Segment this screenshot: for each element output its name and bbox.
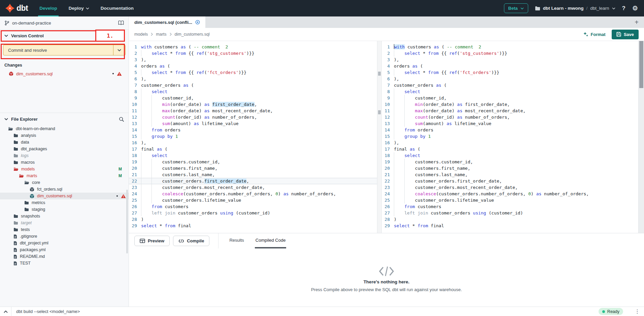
file-explorer-header[interactable]: File Explorer <box>0 113 129 125</box>
code-line-12[interactable]: 12count(order_id) as number_of_orders, <box>382 114 638 120</box>
kebab-menu-icon[interactable]: ⋮ <box>635 308 644 315</box>
nav-item-documentation[interactable]: Documentation <box>101 0 134 16</box>
code-line-15[interactable]: 15group by 1 <box>129 133 381 140</box>
code-line-4[interactable]: 4orders as ( <box>382 63 638 69</box>
code-line-5[interactable]: 5select * from {{ ref('fct_orders')}} <box>382 69 638 76</box>
code-line-28[interactable]: 28) <box>382 216 638 223</box>
book-icon[interactable] <box>118 21 124 25</box>
code-line-13[interactable]: 13sum(amount) as lifetime_value <box>129 120 381 127</box>
tree-item-core[interactable]: core <box>0 179 129 186</box>
command-input[interactable]: dbt build --select <model_name> <box>11 309 599 314</box>
code-line-2[interactable]: 2select * from {{ ref('stg_customers')}} <box>129 50 381 56</box>
tree-item-analysis[interactable]: analysis <box>0 132 129 139</box>
tree-item-dbt-project-yml[interactable]: dbt_project.yml <box>0 240 129 246</box>
code-line-25[interactable]: 25customer_orders.lifetime_value <box>129 197 381 203</box>
help-icon[interactable]: ? <box>622 5 625 12</box>
code-line-13[interactable]: 13sum(amount) as lifetime_value <box>382 120 638 127</box>
code-line-26[interactable]: 26from customers <box>382 203 638 210</box>
tree-item-logs[interactable]: logs <box>0 152 129 159</box>
code-line-9[interactable]: 9customer_id, <box>382 95 638 101</box>
tree-item-models[interactable]: modelsM <box>0 166 129 172</box>
tree-item-dbt-packages[interactable]: dbt_packages <box>0 146 129 152</box>
code-line-15[interactable]: 15group by 1 <box>382 133 638 140</box>
commit-and-resolve-button[interactable]: Commit and resolve <box>3 45 113 55</box>
code-line-22[interactable]: 22customer_orders.first_order_date, <box>382 178 638 184</box>
code-line-4[interactable]: 4orders as ( <box>129 63 381 69</box>
save-button[interactable]: Save <box>612 30 639 39</box>
right-editor-pane[interactable]: 1with customers as ( -- comment 22select… <box>381 41 638 233</box>
tab-dim-customers[interactable]: dim_customers.sql (confli... <box>129 16 205 28</box>
settings-gear-icon[interactable]: ⚙ <box>632 4 638 12</box>
branch-row[interactable]: on-demand-practice <box>0 16 129 30</box>
changed-file-row[interactable]: dim_customers.sql <box>0 70 129 78</box>
tree-item-tests[interactable]: tests <box>0 226 129 233</box>
compile-button[interactable]: Compile <box>173 236 209 246</box>
code-line-22[interactable]: 22customer_orders.first_order_date, <box>129 178 381 184</box>
code-line-23[interactable]: 23customer_orders.most_recent_order_date… <box>129 184 381 191</box>
code-line-3[interactable]: 3), <box>129 56 381 63</box>
nav-item-develop[interactable]: Develop <box>39 0 57 16</box>
code-line-2[interactable]: 2select * from {{ ref('stg_customers')}} <box>382 50 638 56</box>
code-line-8[interactable]: 8select <box>129 88 381 95</box>
tree-item-packages-yml[interactable]: packages.yml <box>0 246 129 253</box>
code-line-17[interactable]: 17final as ( <box>382 146 638 152</box>
code-line-10[interactable]: 10min(order_date) as first_order_date, <box>382 101 638 108</box>
code-line-6[interactable]: 6), <box>129 76 381 82</box>
tree-item-fct-orders-sql[interactable]: fct_orders.sql <box>0 186 129 193</box>
new-tab-button[interactable]: + <box>635 18 644 26</box>
tree-item-dbt-learn-on-demand[interactable]: dbt-learn-on-demand <box>0 125 129 132</box>
code-line-19[interactable]: 19customers.customer_id, <box>382 159 638 165</box>
breadcrumb-models[interactable]: models <box>134 32 148 37</box>
code-line-20[interactable]: 20customers.first_name, <box>129 165 381 171</box>
code-line-18[interactable]: 18select <box>382 152 638 159</box>
code-line-23[interactable]: 23customer_orders.most_recent_order_date… <box>382 184 638 191</box>
code-line-7[interactable]: 7customer_orders as ( <box>382 82 638 88</box>
code-line-8[interactable]: 8select <box>382 88 638 95</box>
compiled-code-tab[interactable]: Compiled Code <box>255 233 286 248</box>
code-line-21[interactable]: 21customers.last_name, <box>382 171 638 178</box>
code-line-1[interactable]: 1with customers as ( -- comment 2 <box>129 44 381 50</box>
code-line-28[interactable]: 28) <box>129 216 381 223</box>
code-line-11[interactable]: 11max(order_date) as most_recent_order_d… <box>382 108 638 114</box>
code-line-3[interactable]: 3), <box>382 56 638 63</box>
results-tab[interactable]: Results <box>229 233 244 248</box>
code-line-20[interactable]: 20customers.first_name, <box>382 165 638 171</box>
preview-button[interactable]: Preview <box>134 236 170 246</box>
code-line-26[interactable]: 26from customers <box>129 203 381 210</box>
right-scrollbar-thumb[interactable] <box>639 41 643 88</box>
tree-item-snapshots[interactable]: snapshots <box>0 213 129 220</box>
code-line-21[interactable]: 21customers.last_name, <box>129 171 381 178</box>
left-overview-ruler[interactable] <box>377 41 381 233</box>
code-line-7[interactable]: 7customer_orders as ( <box>129 82 381 88</box>
collapse-chevron-icon[interactable] <box>0 307 11 316</box>
code-line-14[interactable]: 14from orders <box>129 127 381 133</box>
code-line-16[interactable]: 16), <box>382 140 638 146</box>
code-line-12[interactable]: 12count(order_id) as number_of_orders, <box>129 114 381 120</box>
left-editor-pane[interactable]: 1with customers as ( -- comment 22select… <box>129 41 381 233</box>
tree-item-target[interactable]: target <box>0 220 129 226</box>
code-line-29[interactable]: 29select * from final <box>382 223 638 229</box>
tree-item-macros[interactable]: macros <box>0 159 129 166</box>
breadcrumb-marts[interactable]: marts <box>156 32 166 37</box>
breadcrumb-file[interactable]: dim_customers.sql <box>175 32 210 37</box>
search-icon[interactable] <box>119 117 124 122</box>
code-line-9[interactable]: 9customer_id, <box>129 95 381 101</box>
code-line-14[interactable]: 14from orders <box>382 127 638 133</box>
commit-options-button[interactable] <box>113 45 125 55</box>
code-line-5[interactable]: 5select * from {{ ref('fct_orders')}} <box>129 69 381 76</box>
code-line-17[interactable]: 17final as ( <box>129 146 381 152</box>
code-line-18[interactable]: 18select <box>129 152 381 159</box>
code-line-29[interactable]: 29select * from final <box>129 223 381 229</box>
code-line-24[interactable]: 24coalesce(customer_orders.number_of_ord… <box>382 191 638 197</box>
format-button[interactable]: Format <box>583 32 606 37</box>
tree-item-readme-md[interactable]: README.md <box>0 253 129 260</box>
code-line-16[interactable]: 16), <box>129 140 381 146</box>
tree-item-marts[interactable]: martsM <box>0 172 129 179</box>
beta-button[interactable]: Beta <box>504 3 528 13</box>
tree-item--gitignore[interactable]: .gitignore <box>0 233 129 240</box>
code-line-11[interactable]: 11max(order_date) as most_recent_order_d… <box>129 108 381 114</box>
sidebar-scrollbar[interactable] <box>126 190 128 253</box>
tree-item-metrics[interactable]: metrics <box>0 199 129 206</box>
code-line-25[interactable]: 25customer_orders.lifetime_value <box>382 197 638 203</box>
code-line-6[interactable]: 6), <box>382 76 638 82</box>
